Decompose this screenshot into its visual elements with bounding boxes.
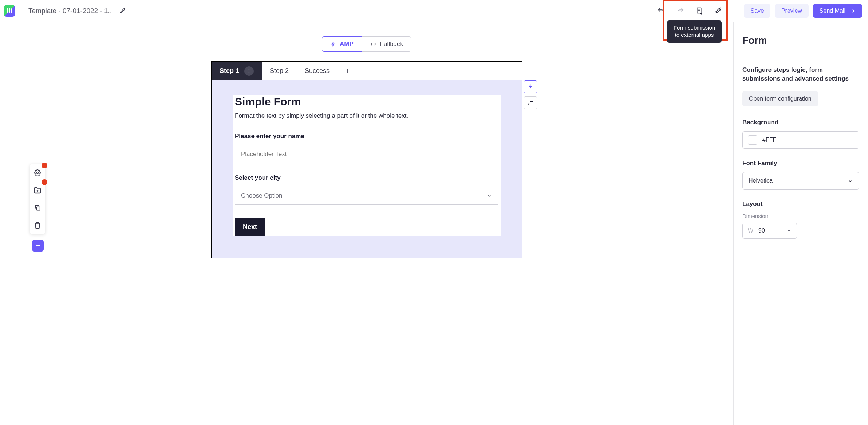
- step-menu-icon[interactable]: [244, 66, 254, 76]
- form-description[interactable]: Format the text by simply selecting a pa…: [235, 112, 498, 120]
- form-title[interactable]: Simple Form: [235, 95, 498, 108]
- form-body: Simple Form Format the text by simply se…: [212, 80, 522, 258]
- step-tab-2[interactable]: Step 2: [262, 62, 297, 80]
- dimension-prefix: W: [748, 227, 753, 234]
- fallback-mode-button[interactable]: Fallback: [362, 36, 411, 52]
- open-config-button[interactable]: Open form configuration: [742, 91, 818, 106]
- panel-body: Configure steps logic, form submissions …: [734, 56, 868, 248]
- swap-icon: [370, 41, 376, 47]
- svg-point-4: [249, 70, 249, 71]
- svg-point-3: [249, 69, 249, 70]
- side-badges: [524, 80, 537, 109]
- swap-badge[interactable]: [524, 96, 537, 109]
- dimension-input[interactable]: W 90: [742, 223, 797, 239]
- folder-plus-icon: [34, 187, 41, 194]
- add-folder-tool[interactable]: [30, 182, 45, 199]
- color-value: #FFF: [762, 137, 776, 143]
- fallback-label: Fallback: [380, 40, 403, 48]
- preview-button[interactable]: Preview: [775, 4, 809, 18]
- add-step-button[interactable]: [338, 67, 358, 75]
- tooltip-form-submission: Form submission to external apps: [667, 20, 722, 43]
- send-mail-label: Send Mail: [820, 8, 845, 14]
- notification-dot: [42, 163, 47, 168]
- topbar-actions: Save Preview Send Mail: [744, 4, 862, 18]
- svg-point-5: [249, 72, 249, 73]
- font-family-label: Font Family: [742, 160, 859, 167]
- name-field-label[interactable]: Please enter your name: [235, 133, 498, 140]
- step1-label: Step 1: [220, 67, 239, 75]
- notification-dot: [42, 179, 47, 185]
- city-placeholder: Choose Option: [241, 192, 282, 199]
- send-mail-button[interactable]: Send Mail: [813, 4, 862, 18]
- delete-tool[interactable]: [30, 217, 45, 234]
- plus-icon: [344, 67, 351, 75]
- form-card: Simple Form Format the text by simply se…: [233, 95, 501, 236]
- background-color-input[interactable]: #FFF: [742, 131, 859, 149]
- city-select[interactable]: Choose Option: [235, 187, 498, 205]
- right-panel: Form Configure steps logic, form submiss…: [733, 22, 868, 425]
- font-value: Helvetica: [749, 178, 773, 184]
- arrow-right-icon: [849, 8, 856, 14]
- dimension-label: Dimension: [742, 213, 859, 219]
- topbar: Template - 07-01-2022 - 1... Form submis…: [0, 0, 868, 22]
- swap-icon: [528, 100, 533, 106]
- edit-icon[interactable]: [119, 8, 126, 14]
- layout-label: Layout: [742, 200, 859, 208]
- background-label: Background: [742, 119, 859, 126]
- svg-point-1: [37, 172, 39, 174]
- step-tab-success[interactable]: Success: [297, 62, 338, 80]
- color-swatch: [748, 135, 757, 145]
- amp-mode-button[interactable]: AMP: [322, 36, 362, 52]
- amp-badge[interactable]: [524, 80, 537, 93]
- save-button[interactable]: Save: [744, 4, 770, 18]
- bolt-icon: [330, 41, 336, 47]
- font-family-select[interactable]: Helvetica: [742, 172, 859, 190]
- step-tabs: Step 1 Step 2 Success: [212, 62, 522, 80]
- chevron-down-icon: [486, 193, 492, 199]
- undo-button[interactable]: [652, 0, 671, 22]
- chevron-down-icon: [786, 228, 792, 233]
- gear-icon: [34, 169, 41, 176]
- canvas-area: AMP Fallback: [0, 22, 733, 425]
- step-tab-1[interactable]: Step 1: [212, 62, 262, 80]
- copy-icon: [34, 204, 41, 211]
- redo-button[interactable]: [671, 0, 690, 22]
- plus-icon: [35, 242, 41, 249]
- settings-tool[interactable]: [30, 164, 45, 182]
- panel-title: Form: [734, 22, 868, 56]
- chevron-down-icon: [847, 178, 853, 184]
- app-logo[interactable]: [4, 5, 15, 17]
- city-field-label[interactable]: Select your city: [235, 174, 498, 182]
- left-toolbar: [30, 164, 45, 234]
- dimension-value: 90: [758, 227, 765, 234]
- form-submission-button[interactable]: [690, 0, 709, 22]
- template-name: Template - 07-01-2022 - 1...: [28, 7, 114, 15]
- trash-icon: [34, 222, 41, 229]
- amp-label: AMP: [340, 40, 354, 48]
- panel-description: Configure steps logic, form submissions …: [742, 66, 859, 83]
- form-container: Step 1 Step 2 Success Simple Form Format…: [211, 61, 522, 258]
- magic-wand-button[interactable]: [709, 0, 727, 22]
- name-input[interactable]: [235, 145, 498, 163]
- bolt-icon: [528, 84, 533, 90]
- template-title-wrap: Template - 07-01-2022 - 1...: [28, 7, 126, 15]
- main: AMP Fallback: [0, 22, 868, 425]
- mode-toggle: AMP Fallback: [0, 36, 733, 52]
- topbar-tools: [652, 0, 727, 22]
- svg-rect-2: [37, 207, 40, 210]
- add-block-button[interactable]: [32, 240, 44, 252]
- copy-tool[interactable]: [30, 199, 45, 217]
- next-button[interactable]: Next: [235, 218, 265, 236]
